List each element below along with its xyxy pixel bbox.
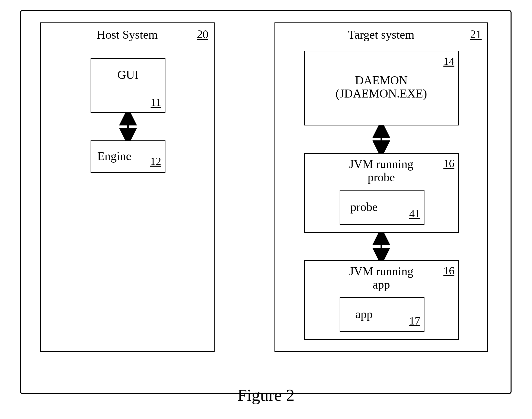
gui-ref: 11 [151, 96, 161, 109]
host-system-box: Host System 20 GUI 11 Engine 12 [40, 22, 215, 352]
daemon-box: 14 DAEMON (JDAEMON.EXE) [304, 51, 459, 125]
figure-caption: Figure 2 [0, 385, 532, 405]
daemon-line2: (JDAEMON.EXE) [336, 87, 427, 100]
gui-label: GUI [117, 68, 138, 81]
jvm-probe-box: 16 JVM running probe probe 41 [304, 153, 459, 233]
target-system-title: Target system 21 [275, 23, 487, 41]
host-system-title-text: Host System [97, 28, 158, 41]
jvm-probe-line1: JVM running [349, 157, 413, 171]
jvm-app-box: 16 JVM running app app 17 [304, 260, 459, 340]
probe-inner-ref: 41 [409, 207, 420, 220]
arrow-daemon-probe [373, 125, 390, 154]
target-system-title-text: Target system [348, 28, 414, 41]
engine-box: Engine 12 [91, 140, 165, 173]
app-inner-box: app 17 [340, 297, 424, 332]
gui-box: GUI 11 [91, 58, 165, 113]
host-system-title: Host System 20 [41, 23, 214, 41]
engine-ref: 12 [150, 155, 161, 168]
arrow-gui-engine [119, 113, 137, 141]
jvm-probe-ref: 16 [443, 157, 454, 170]
app-inner-ref: 17 [409, 314, 420, 327]
probe-inner-label: probe [350, 200, 378, 213]
probe-inner-box: probe 41 [340, 190, 424, 225]
host-system-ref: 20 [197, 28, 208, 41]
target-system-box: Target system 21 14 DAEMON (JDAEMON.EXE)… [274, 22, 488, 352]
daemon-line1: DAEMON [355, 74, 408, 87]
arrow-probe-app [373, 233, 390, 261]
jvm-probe-line2: probe [368, 171, 395, 184]
daemon-ref: 14 [443, 55, 454, 68]
jvm-app-line2: app [373, 278, 390, 291]
jvm-app-line1: JVM running [349, 265, 413, 278]
jvm-app-ref: 16 [443, 264, 454, 277]
engine-label: Engine [97, 149, 131, 163]
app-inner-label: app [355, 308, 373, 321]
target-system-ref: 21 [470, 28, 482, 41]
figure-caption-text: Figure 2 [238, 386, 295, 405]
